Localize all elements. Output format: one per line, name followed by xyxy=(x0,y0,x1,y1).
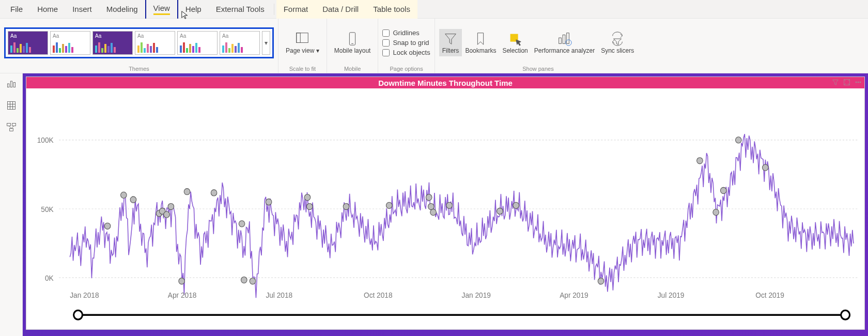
filter-icon[interactable] xyxy=(831,78,840,88)
svg-point-47 xyxy=(306,203,313,209)
svg-point-46 xyxy=(304,194,311,201)
svg-text:Jan 2018: Jan 2018 xyxy=(70,291,99,299)
theme-thumb-5[interactable]: Aa xyxy=(177,31,218,55)
tab-home[interactable]: Home xyxy=(30,0,65,19)
svg-text:Jul 2019: Jul 2019 xyxy=(658,291,685,299)
visual-title-bar: Downtime Minutes Throughout Time xyxy=(26,77,864,88)
svg-point-57 xyxy=(697,158,703,164)
line-chart-visual[interactable]: Downtime Minutes Throughout Time 100K 50… xyxy=(26,77,865,330)
svg-text:Oct 2018: Oct 2018 xyxy=(364,291,393,299)
lock-objects-checkbox[interactable]: Lock objects xyxy=(382,49,430,56)
visual-header-icons xyxy=(831,78,862,88)
line-series xyxy=(70,134,854,298)
svg-point-33 xyxy=(121,192,127,198)
performance-analyzer-button[interactable]: Performance analyzer xyxy=(531,29,598,56)
focus-mode-icon[interactable] xyxy=(843,78,851,88)
tab-table-tools[interactable]: Table tools xyxy=(366,0,417,19)
tab-separator xyxy=(274,4,274,15)
svg-point-37 xyxy=(164,211,170,218)
svg-rect-5 xyxy=(559,38,562,43)
svg-point-54 xyxy=(497,208,503,214)
mobile-layout-button[interactable]: Mobile layout xyxy=(331,29,374,56)
model-view-icon[interactable] xyxy=(6,122,17,134)
svg-text:0K: 0K xyxy=(45,273,54,282)
group-label-page-options: Page options xyxy=(390,65,423,73)
svg-point-23 xyxy=(856,82,857,83)
svg-line-21 xyxy=(11,126,14,129)
group-mobile: Mobile layout Mobile xyxy=(327,19,379,73)
svg-rect-10 xyxy=(10,81,12,87)
svg-point-59 xyxy=(720,187,726,193)
tab-external-tools[interactable]: External Tools xyxy=(209,0,272,19)
svg-rect-0 xyxy=(297,33,308,43)
theme-thumb-3[interactable]: Aa xyxy=(92,31,133,55)
svg-rect-11 xyxy=(13,83,15,87)
chart-plot-area[interactable]: 100K 50K 0K Jan 2018 Apr 2018 Jul 2018 O… xyxy=(26,88,864,329)
svg-rect-9 xyxy=(7,84,9,87)
svg-text:Oct 2019: Oct 2019 xyxy=(755,291,784,299)
report-view-icon[interactable] xyxy=(6,79,17,91)
svg-point-58 xyxy=(713,209,719,216)
svg-point-50 xyxy=(426,194,432,201)
themes-gallery[interactable]: Aa Aa Aa Aa Aa xyxy=(4,27,274,58)
page-view-button[interactable]: Page view ▾ xyxy=(283,29,322,56)
tab-data-drill[interactable]: Data / Drill xyxy=(315,0,366,19)
svg-point-53 xyxy=(446,202,453,208)
svg-text:Apr 2019: Apr 2019 xyxy=(560,291,588,299)
svg-line-20 xyxy=(9,126,11,129)
themes-more-button[interactable]: ▾ xyxy=(262,31,270,55)
filters-pane-button[interactable]: Filters xyxy=(439,29,462,56)
svg-point-44 xyxy=(250,278,256,284)
svg-rect-19 xyxy=(9,129,13,131)
svg-point-49 xyxy=(386,202,392,208)
svg-point-25 xyxy=(860,82,861,83)
svg-point-41 xyxy=(211,190,217,196)
report-canvas[interactable]: Downtime Minutes Throughout Time 100K 50… xyxy=(23,73,868,336)
visual-title: Downtime Minutes Throughout Time xyxy=(378,79,513,87)
svg-rect-6 xyxy=(563,35,566,44)
theme-thumb-2[interactable]: Aa xyxy=(50,31,90,55)
svg-text:Jan 2019: Jan 2019 xyxy=(462,291,491,299)
group-page-options: Gridlines Snap to grid Lock objects Page… xyxy=(378,19,435,73)
sync-slicers-button[interactable]: Sync slicers xyxy=(598,29,637,56)
svg-point-38 xyxy=(168,203,174,209)
range-slider-start[interactable] xyxy=(74,310,83,319)
theme-thumb-1[interactable]: Aa xyxy=(8,31,48,55)
svg-point-32 xyxy=(104,223,111,229)
group-scale: Page view ▾ Scale to fit xyxy=(278,19,327,73)
svg-point-60 xyxy=(735,137,741,143)
svg-point-56 xyxy=(598,278,604,284)
snap-to-grid-checkbox[interactable]: Snap to grid xyxy=(382,39,430,47)
tab-modeling[interactable]: Modeling xyxy=(99,0,145,19)
theme-thumb-6[interactable]: Aa xyxy=(220,31,260,55)
svg-point-61 xyxy=(763,164,769,171)
tab-file[interactable]: File xyxy=(3,0,30,19)
ribbon: Aa Aa Aa Aa Aa xyxy=(0,19,868,73)
tab-help[interactable]: Help xyxy=(178,0,209,19)
svg-text:Apr 2018: Apr 2018 xyxy=(168,291,197,299)
tab-view[interactable]: View xyxy=(145,0,178,19)
menu-tabs: File Home Insert Modeling View Help Exte… xyxy=(0,0,868,19)
group-label-show-panes: Show panes xyxy=(522,65,554,73)
tab-insert[interactable]: Insert xyxy=(65,0,99,19)
svg-rect-18 xyxy=(12,124,16,126)
svg-point-52 xyxy=(430,209,437,216)
range-slider-end[interactable] xyxy=(841,310,850,319)
theme-thumb-4[interactable]: Aa xyxy=(135,31,175,55)
workspace: Downtime Minutes Throughout Time 100K 50… xyxy=(0,73,868,336)
bookmarks-pane-button[interactable]: Bookmarks xyxy=(462,29,499,56)
group-label-scale: Scale to fit xyxy=(289,65,316,73)
svg-point-48 xyxy=(343,203,349,209)
svg-point-43 xyxy=(241,277,247,283)
tab-format[interactable]: Format xyxy=(276,0,316,19)
data-view-icon[interactable] xyxy=(6,100,17,113)
svg-point-40 xyxy=(184,189,190,195)
svg-point-45 xyxy=(266,199,272,205)
selection-pane-button[interactable]: Selection xyxy=(499,29,531,56)
gridlines-checkbox[interactable]: Gridlines xyxy=(382,29,430,37)
view-switcher xyxy=(0,73,23,336)
svg-text:50K: 50K xyxy=(41,205,54,213)
more-options-icon[interactable] xyxy=(854,78,862,88)
svg-point-42 xyxy=(239,221,245,227)
anomaly-markers xyxy=(104,137,768,284)
